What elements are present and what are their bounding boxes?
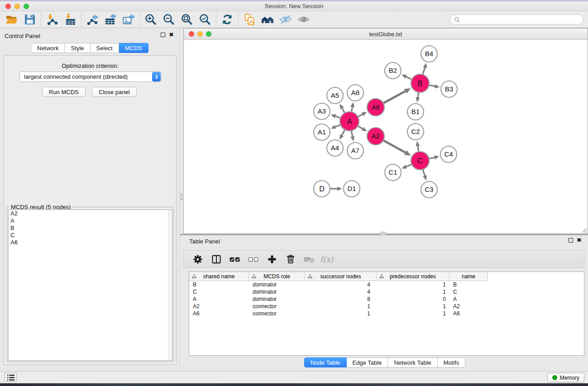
graph-edge-A-A1[interactable] <box>331 125 340 129</box>
graph-edge-B-B3[interactable] <box>430 84 440 88</box>
graph-node-A8[interactable]: A8 <box>347 85 363 101</box>
zoom-fit-button[interactable] <box>178 12 196 27</box>
tab-network[interactable]: Network <box>31 43 65 53</box>
graph-edge-A-A2[interactable] <box>358 126 367 131</box>
tab-style[interactable]: Style <box>65 43 91 53</box>
window-resize-grip[interactable] <box>581 227 587 233</box>
graph-edge-B-B1[interactable] <box>416 93 420 103</box>
search-input[interactable] <box>462 16 583 23</box>
import-table-button[interactable] <box>61 12 79 27</box>
column-header-name[interactable]: name <box>449 272 488 281</box>
graph-node-A4[interactable]: A4 <box>327 140 343 156</box>
graph-node-D1[interactable]: D1 <box>344 181 360 197</box>
deselect-all-button[interactable] <box>246 252 261 267</box>
table-row[interactable]: Bdominator41B <box>189 281 584 288</box>
result-list-item[interactable]: A2 <box>9 210 172 217</box>
table-settings-button[interactable] <box>190 252 206 267</box>
result-list-item[interactable]: A <box>9 217 172 224</box>
result-list-scrollbar[interactable] <box>168 210 172 360</box>
run-mcds-button[interactable]: Run MCDS <box>42 87 86 97</box>
result-list-item[interactable]: C <box>9 232 172 239</box>
network-graph[interactable]: B4B2BB3A8A5A6A3B1AC2A1A2A4A7C4CC1DD1C3 <box>184 40 588 234</box>
graph-edge-A-A8[interactable] <box>350 102 354 112</box>
horizontal-splitter-handle[interactable] <box>380 232 386 235</box>
minimize-network-window-button[interactable] <box>197 31 203 37</box>
tab-network-table[interactable]: Network Table <box>388 357 437 367</box>
tab-edge-table[interactable]: Edge Table <box>347 357 388 367</box>
graph-node-C2[interactable]: C2 <box>407 124 424 140</box>
graph-node-C3[interactable]: C3 <box>421 181 437 198</box>
graph-edge-A2-C[interactable] <box>384 141 411 156</box>
vertical-splitter-handle[interactable] <box>180 197 182 200</box>
task-history-button[interactable] <box>5 373 17 382</box>
graph-node-A[interactable]: A <box>340 112 359 131</box>
float-panel-icon[interactable] <box>161 33 165 37</box>
graph-edge-C-C4[interactable] <box>429 155 439 159</box>
delete-column-button[interactable] <box>283 252 298 267</box>
criterion-dropdown[interactable]: largest connected component (directed) <box>19 71 162 82</box>
column-header-MCDS-role[interactable]: MCDS role <box>249 272 305 281</box>
table-row[interactable]: Cdominator41C <box>189 288 584 295</box>
close-panel-button[interactable]: Close panel <box>92 87 137 97</box>
graph-edge-A-A4[interactable] <box>339 130 344 139</box>
tab-node-table[interactable]: Node Table <box>304 357 347 367</box>
graph-node-C[interactable]: C <box>411 152 429 170</box>
close-window-button[interactable] <box>5 4 11 9</box>
graph-edge-A-A5[interactable] <box>339 104 344 113</box>
save-session-button[interactable] <box>21 12 39 27</box>
memory-button[interactable]: Memory <box>547 373 584 382</box>
graph-node-A5[interactable]: A5 <box>327 87 343 104</box>
graph-edge-B-B2[interactable] <box>402 75 411 79</box>
graph-node-C1[interactable]: C1 <box>385 164 401 181</box>
graph-node-B1[interactable]: B1 <box>407 104 424 120</box>
tab-select[interactable]: Select <box>91 43 119 53</box>
select-all-button[interactable] <box>227 252 243 267</box>
graph-edge-A6-B[interactable] <box>384 88 411 103</box>
table-row[interactable]: A2connector11A2 <box>189 303 584 310</box>
export-network-button[interactable] <box>83 12 101 27</box>
graph-node-D[interactable]: D <box>314 181 330 197</box>
graph-node-A7[interactable]: A7 <box>347 143 363 159</box>
graph-edge-B-B4[interactable] <box>423 63 427 74</box>
close-network-window-button[interactable] <box>189 31 194 37</box>
result-list-item[interactable]: B <box>9 224 172 232</box>
home-button[interactable] <box>258 12 277 27</box>
graph-edge-A-A6[interactable] <box>358 112 367 116</box>
graph-edge-D-D1[interactable] <box>330 186 342 191</box>
search-field[interactable] <box>450 14 583 24</box>
minimize-window-button[interactable] <box>14 4 20 9</box>
export-image-button[interactable] <box>120 12 138 27</box>
vertical-splitter-handle[interactable] <box>180 193 182 196</box>
graph-edge-A-A3[interactable] <box>331 114 340 119</box>
tab-mcds[interactable]: MCDS <box>119 43 148 53</box>
column-header-successor-nodes[interactable]: successor nodes <box>305 272 377 281</box>
table-row[interactable]: Adominator80A <box>189 295 584 303</box>
graph-node-A6[interactable]: A6 <box>367 99 384 116</box>
graph-node-B4[interactable]: B4 <box>421 46 437 62</box>
graph-edge-C-C1[interactable] <box>402 164 411 168</box>
zoom-out-button[interactable] <box>160 12 178 27</box>
zoom-selected-button[interactable] <box>196 12 214 27</box>
import-network-button[interactable] <box>43 12 61 27</box>
add-column-button[interactable] <box>264 252 280 267</box>
show-hide-graphics-details-button[interactable] <box>277 12 295 27</box>
zoom-in-button[interactable] <box>142 12 160 27</box>
close-panel-icon[interactable]: ✖ <box>577 238 582 243</box>
graph-node-B[interactable]: B <box>411 74 429 92</box>
graph-edge-C-C3[interactable] <box>423 170 427 181</box>
graph-edge-A-A7[interactable] <box>350 131 354 142</box>
tab-motifs[interactable]: Motifs <box>438 357 466 367</box>
hide-panel-button[interactable] <box>295 12 313 27</box>
graph-node-B3[interactable]: B3 <box>441 81 457 97</box>
network-from-file-button[interactable] <box>240 12 258 27</box>
close-panel-icon[interactable]: ✖ <box>169 33 174 37</box>
graph-node-A2[interactable]: A2 <box>367 128 384 145</box>
graph-edge-C-C2[interactable] <box>416 141 420 152</box>
result-list-item[interactable]: A6 <box>9 239 172 246</box>
graph-node-B2[interactable]: B2 <box>385 62 401 79</box>
column-header-shared-name[interactable]: shared name <box>189 272 249 281</box>
apply-layout-button[interactable] <box>218 12 236 27</box>
maximize-window-button[interactable] <box>24 4 29 9</box>
graph-node-A1[interactable]: A1 <box>314 124 330 140</box>
graph-node-A3[interactable]: A3 <box>314 103 330 119</box>
